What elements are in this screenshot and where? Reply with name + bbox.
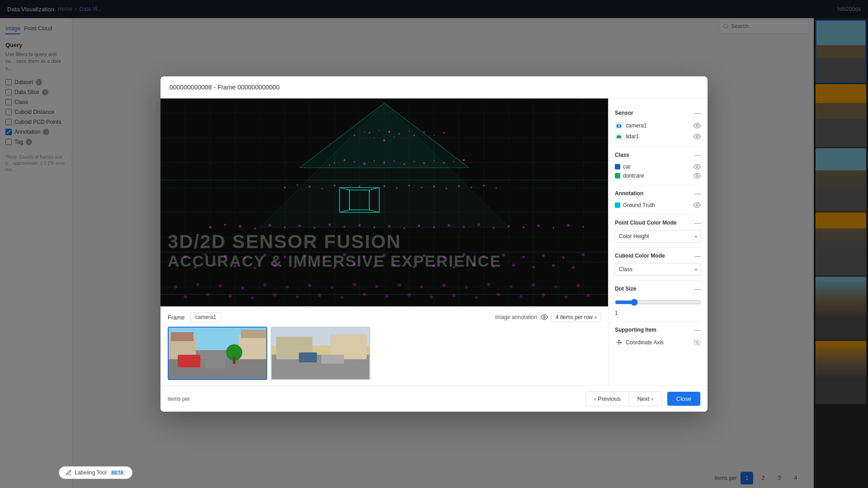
viz-area: 3D/2D SENSOR FUSION ACCURACY & IMMERSIVE… xyxy=(160,99,608,385)
pc-color-dropdown[interactable]: Color Height ▾ xyxy=(615,230,701,243)
svg-point-218 xyxy=(696,175,698,177)
camera1-eye-icon[interactable] xyxy=(693,123,701,128)
svg-point-40 xyxy=(398,133,400,135)
svg-point-104 xyxy=(507,225,510,228)
svg-point-92 xyxy=(328,224,331,226)
svg-point-172 xyxy=(228,294,232,298)
svg-point-181 xyxy=(430,296,433,299)
camera1-label: camera1 xyxy=(626,122,647,129)
items-per-row-arrow: ▾ xyxy=(594,315,597,320)
pc-color-collapse-icon[interactable]: — xyxy=(694,219,701,226)
svg-point-148 xyxy=(532,266,535,268)
prev-arrow: ‹ xyxy=(594,395,596,402)
cuboid-color-selected: Class xyxy=(619,266,632,272)
camera-badge[interactable]: camera1 xyxy=(190,312,222,322)
svg-point-140 xyxy=(373,265,376,268)
svg-point-125 xyxy=(482,255,485,258)
svg-point-102 xyxy=(477,224,480,226)
svg-point-128 xyxy=(542,254,545,257)
cuboid-color-dropdown[interactable]: Class ▾ xyxy=(615,263,701,276)
class-dontcare-eye-icon[interactable] xyxy=(693,173,701,178)
class-header: Class — xyxy=(615,151,701,159)
point-cloud-view[interactable]: 3D/2D SENSOR FUSION ACCURACY & IMMERSIVE… xyxy=(160,99,608,306)
annotation-gt-label: Ground Truth xyxy=(623,202,655,208)
image-annotation-label: Image annotation xyxy=(495,314,537,320)
svg-point-106 xyxy=(537,225,540,227)
next-button[interactable]: Next › xyxy=(629,391,662,406)
modal-overlay: 000000000008 - Frame 000000000000 xyxy=(0,0,868,488)
dot-size-value: 1 xyxy=(615,310,618,316)
point-cloud-svg xyxy=(160,99,608,306)
cuboid-color-collapse-icon[interactable]: — xyxy=(694,252,701,259)
svg-point-186 xyxy=(542,293,545,297)
svg-point-151 xyxy=(174,285,177,289)
lidar1-label: lidar1 xyxy=(626,133,639,140)
svg-point-161 xyxy=(397,283,401,287)
svg-point-111 xyxy=(204,253,207,256)
svg-point-83 xyxy=(495,187,497,188)
coord-axis-left: Coordinate Axis xyxy=(615,338,664,347)
svg-point-149 xyxy=(552,264,555,267)
dot-size-collapse-icon[interactable]: — xyxy=(694,285,701,292)
lidar1-eye-icon[interactable] xyxy=(693,134,701,139)
svg-point-52 xyxy=(344,159,345,161)
class-car-eye-icon[interactable] xyxy=(693,164,701,169)
svg-point-115 xyxy=(283,256,286,258)
image-annotation-eye-icon[interactable] xyxy=(541,314,548,321)
svg-point-135 xyxy=(274,263,277,267)
camera-icon xyxy=(615,122,623,130)
svg-point-109 xyxy=(582,226,584,228)
svg-point-82 xyxy=(483,184,485,186)
svg-point-108 xyxy=(567,224,570,227)
cuboid-color-arrow: ▾ xyxy=(695,267,697,272)
supporting-header: Supporting Item — xyxy=(615,326,701,333)
cuboid-color-header: Cuboid Color Mode — xyxy=(615,252,701,259)
sensor-section: Sensor — camera1 xyxy=(615,105,701,147)
class-car: car xyxy=(615,162,701,171)
svg-point-187 xyxy=(564,296,567,299)
annotation-section: Annotation — Ground Truth xyxy=(615,185,701,215)
svg-point-142 xyxy=(413,266,415,268)
svg-point-121 xyxy=(403,256,406,258)
svg-point-216 xyxy=(696,136,698,137)
svg-rect-200 xyxy=(178,355,200,367)
annotation-gt-eye-icon[interactable] xyxy=(693,202,701,208)
svg-point-57 xyxy=(393,160,395,162)
next-label: Next xyxy=(637,395,650,402)
svg-point-47 xyxy=(364,131,365,132)
svg-point-95 xyxy=(373,226,375,228)
svg-point-46 xyxy=(354,135,355,136)
dot-size-slider[interactable] xyxy=(615,299,701,306)
svg-point-41 xyxy=(409,131,410,132)
class-collapse-icon[interactable]: — xyxy=(694,151,701,159)
close-button[interactable]: Close xyxy=(667,392,700,406)
frame-image-1[interactable] xyxy=(168,327,267,380)
items-per-row-select[interactable]: 4 items per row ▾ xyxy=(552,312,601,322)
supporting-item-section: Supporting Item — xyxy=(615,322,701,352)
prev-button[interactable]: ‹ Previous xyxy=(585,391,629,406)
coord-axis-eye-icon[interactable] xyxy=(693,340,701,345)
svg-point-48 xyxy=(423,131,425,132)
svg-point-131 xyxy=(194,266,197,269)
svg-point-59 xyxy=(413,161,415,162)
class-title: Class xyxy=(615,152,629,158)
svg-point-129 xyxy=(562,256,565,259)
pc-color-selected: Color Height xyxy=(619,233,649,239)
svg-point-137 xyxy=(313,264,316,267)
svg-point-175 xyxy=(296,296,299,299)
annotation-collapse-icon[interactable]: — xyxy=(694,190,701,197)
svg-point-67 xyxy=(297,184,298,186)
svg-point-169 xyxy=(576,284,580,287)
svg-rect-195 xyxy=(171,332,193,341)
sensor-collapse-icon[interactable]: — xyxy=(694,109,701,117)
svg-point-88 xyxy=(269,224,271,227)
svg-point-61 xyxy=(433,160,434,161)
annotation-gt-dot xyxy=(615,202,620,208)
svg-point-75 xyxy=(396,187,397,188)
svg-point-54 xyxy=(363,162,366,165)
svg-point-158 xyxy=(330,286,334,289)
svg-point-81 xyxy=(471,187,472,188)
items-per-row-value: 4 items per row xyxy=(556,314,593,320)
frame-image-2[interactable] xyxy=(271,327,370,380)
supporting-collapse-icon[interactable]: — xyxy=(694,326,701,333)
